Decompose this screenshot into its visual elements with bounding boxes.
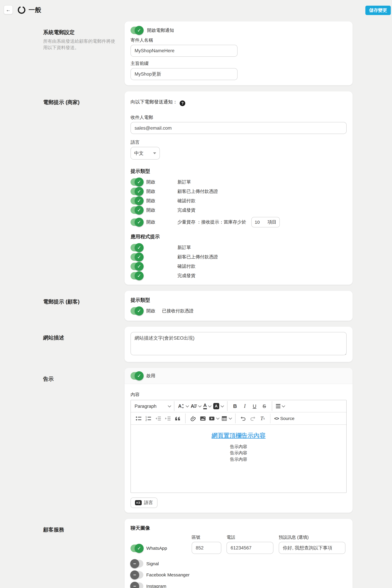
channel-row-facebook-messanger: Facebook Messanger (130, 571, 346, 578)
bulleted-list-button[interactable] (135, 414, 142, 423)
section-title-system-email: 系統電郵設定 (43, 29, 116, 36)
indent-button[interactable] (164, 414, 172, 423)
section-customer-service: 顧客服務 聊天圖像 WhatsApp 區號 電話 預設訊息 (選填) (0, 519, 392, 588)
lines-icon (194, 404, 197, 408)
alert-toggle-new-order[interactable] (130, 178, 143, 186)
site-description-textarea[interactable]: 網站描述文字(會於SEO出現) (130, 332, 346, 355)
font-family-button[interactable]: A (191, 402, 201, 410)
area-code-input[interactable] (192, 542, 221, 554)
link-button[interactable] (189, 414, 197, 423)
italic-button[interactable]: I (241, 402, 248, 410)
chevron-down-icon (282, 404, 285, 407)
section-system-email: 系統電郵設定 所有由系統發送給顧客的電郵件將使用以下資料發送。 開啟電郵通知 寄… (0, 22, 392, 86)
media-button[interactable] (209, 414, 219, 423)
notice-heading-link[interactable]: 網頁置頂欄告示內容 (212, 432, 266, 440)
help-icon[interactable] (180, 100, 185, 106)
svg-text:1: 1 (146, 416, 147, 419)
facebook-messanger-toggle[interactable] (130, 571, 143, 578)
redo-button[interactable] (249, 414, 256, 423)
undo-button[interactable] (239, 414, 247, 423)
signal-toggle[interactable] (130, 560, 143, 567)
app-alerts-title: 應用程式提示 (130, 233, 346, 240)
card-customer-alerts: 提示類型 開啟 已接收付款憑證 (124, 291, 353, 321)
toggle-minus-icon (130, 559, 139, 568)
area-code-label: 區號 (192, 534, 221, 540)
svg-text:2: 2 (146, 418, 147, 421)
table-button[interactable] (221, 414, 232, 423)
image-button[interactable] (199, 414, 206, 423)
language-select-value: 中文 (134, 150, 144, 156)
section-title-merchant-alerts: 電郵提示 (商家) (43, 99, 116, 106)
brand-logo-icon (17, 6, 26, 16)
source-button[interactable]: <> Source (274, 414, 294, 423)
save-button[interactable]: 儲存變更 (365, 6, 391, 15)
app-toggle-payment-proof[interactable] (130, 253, 143, 261)
phone-input[interactable] (226, 542, 274, 554)
editor-toolbar-row1: Paragraph A A (131, 400, 346, 412)
font-color-button[interactable]: A (203, 402, 211, 410)
outdent-button[interactable] (154, 414, 162, 423)
blockquote-button[interactable] (174, 414, 182, 423)
default-message-label: 預設訊息 (選填) (279, 534, 346, 540)
chat-icon-title: 聊天圖像 (130, 525, 346, 532)
alert-toggle-shipped[interactable] (130, 206, 143, 214)
customer-toggle-payment-received[interactable] (130, 307, 143, 314)
customer-alert-types-title: 提示類型 (130, 297, 346, 304)
page-title: 一般 (28, 6, 41, 14)
low-stock-label: 少量貨存 ：接收提示：當庫存少於 (178, 219, 246, 225)
app-toggle-new-order[interactable] (130, 244, 143, 251)
sender-name-input[interactable] (130, 45, 237, 57)
notice-language-button[interactable]: A文 語言 (130, 498, 157, 508)
subject-prefix-input[interactable] (130, 68, 237, 80)
recipient-email-input[interactable] (130, 122, 346, 134)
instagram-toggle[interactable] (130, 582, 143, 588)
underline-button[interactable]: U (251, 402, 258, 410)
editor-toolbar-row2: 12 (131, 412, 346, 425)
sender-name-label: 寄件人名稱 (130, 37, 346, 43)
language-select[interactable]: 中文 (130, 147, 160, 160)
alert-toggle-payment-proof[interactable] (130, 188, 143, 195)
numbered-list-button[interactable]: 12 (145, 414, 152, 423)
paragraph-dropdown[interactable]: Paragraph (134, 404, 171, 409)
default-message-input[interactable] (279, 542, 346, 554)
alert-types-title: 提示類型 (130, 168, 346, 174)
align-lines-icon (276, 404, 280, 408)
send-to-line: 向以下電郵發送通知： (130, 99, 346, 106)
customer-alert-row: 開啟 已接收付款憑證 (130, 307, 346, 314)
section-subtitle-system-email: 所有由系統發送給顧客的電郵件將使用以下資料發送。 (43, 38, 116, 51)
back-button[interactable]: ← (4, 5, 13, 14)
section-title-notice: 告示 (43, 376, 116, 382)
notice-enable-toggle[interactable] (130, 372, 143, 380)
card-merchant-alerts: 向以下電郵發送通知： 收件人電郵 語言 中文 提示類型 開啟 新訂單 開啟 顧客… (124, 92, 353, 285)
subject-prefix-label: 主旨前綴 (130, 60, 346, 66)
card-customer-service: 聊天圖像 WhatsApp 區號 電話 預設訊息 (選填) (124, 519, 353, 588)
recipient-email-label: 收件人電郵 (130, 114, 346, 120)
whatsapp-toggle[interactable] (130, 544, 143, 552)
chevron-down-icon (216, 416, 220, 420)
font-background-button[interactable]: A (213, 402, 224, 410)
app-toggle-confirm-payment[interactable] (130, 263, 143, 270)
top-bar: ← 一般 儲存變更 (0, 0, 392, 22)
low-stock-qty-input[interactable] (255, 220, 268, 225)
notice-enable-row: 啟用 (124, 368, 353, 384)
strikethrough-button[interactable]: S (260, 402, 268, 410)
email-notify-toggle[interactable] (130, 27, 143, 34)
editor-content[interactable]: 網頁置頂欄告示內容 告示內容 告示內容 告示內容 (131, 425, 346, 492)
bold-button[interactable]: B (231, 402, 239, 410)
alert-toggle-confirm-payment[interactable] (130, 197, 143, 204)
app-toggle-shipped[interactable] (130, 272, 143, 280)
alert-toggle-low-stock[interactable] (130, 218, 143, 226)
notice-enable-label: 啟用 (146, 373, 155, 379)
remove-format-button[interactable]: Tx (259, 414, 266, 423)
email-alert-row: 開啟 顧客已上傳付款憑證 (130, 188, 346, 195)
alignment-button[interactable] (276, 402, 284, 410)
chevron-down-icon (168, 404, 171, 407)
font-size-button[interactable]: A (178, 402, 188, 410)
low-stock-qty-box: 項目 (251, 217, 280, 228)
whatsapp-label: WhatsApp (146, 546, 167, 551)
channel-row-instagram: Instagram (130, 582, 346, 588)
phone-label: 電話 (226, 534, 274, 540)
section-title-customer-service: 顧客服務 (43, 526, 116, 533)
chevron-down-icon (220, 404, 224, 407)
chevron-down-icon (208, 404, 212, 407)
